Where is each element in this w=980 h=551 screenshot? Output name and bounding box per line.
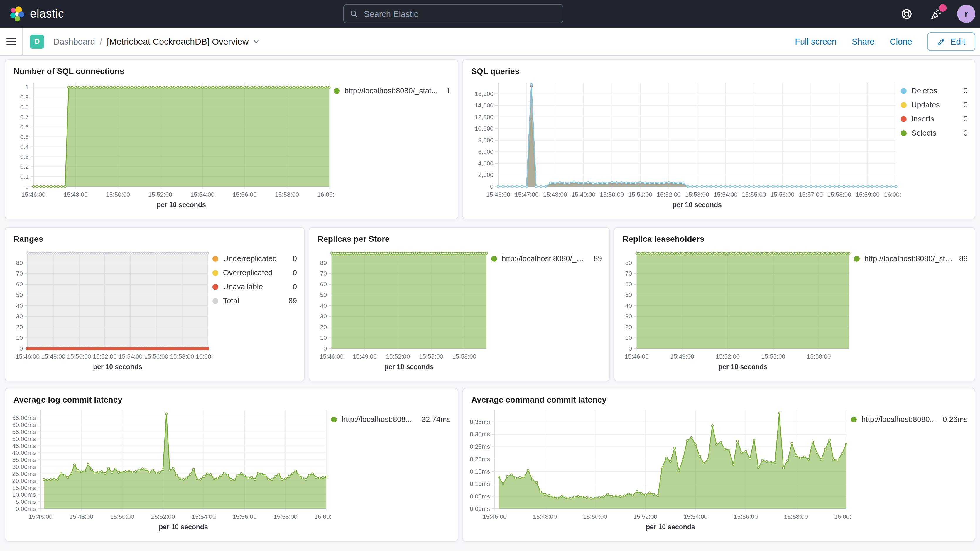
svg-text:15:57:00: 15:57:00 <box>799 191 823 198</box>
legend-item[interactable]: http://localhost:8080/_sta...89 <box>854 254 968 263</box>
svg-text:15:52:00: 15:52:00 <box>716 353 740 360</box>
panel-sql-queries: SQL queries 02,0004,0006,0008,00010,0001… <box>463 59 975 220</box>
legend-item[interactable]: http://localhost:8080...0.26ms <box>851 415 968 424</box>
svg-text:15:54:00: 15:54:00 <box>191 191 215 198</box>
svg-text:30: 30 <box>16 313 23 320</box>
help-button[interactable] <box>899 6 915 22</box>
dashboard-app-badge[interactable]: D <box>30 34 44 48</box>
legend-item[interactable]: Unavailable0 <box>212 282 297 291</box>
legend-series-dot <box>901 130 907 136</box>
svg-text:15:58:00: 15:58:00 <box>274 513 298 520</box>
legend-item[interactable]: Overreplicated0 <box>212 268 297 277</box>
legend-series-dot <box>331 416 337 422</box>
panel-replica-leaseholders: Replica leaseholders 0102030405060708015… <box>614 227 975 381</box>
svg-text:15:58:00: 15:58:00 <box>452 353 477 360</box>
svg-text:15:46:00: 15:46:00 <box>16 353 40 360</box>
panel-number-of-sql-connections: Number of SQL connections 00.10.20.30.40… <box>5 59 458 220</box>
whats-new-button[interactable] <box>928 6 944 22</box>
svg-text:15:58:00: 15:58:00 <box>784 513 808 520</box>
edit-button[interactable]: Edit <box>927 32 975 51</box>
svg-text:15:53:00: 15:53:00 <box>685 191 709 198</box>
menu-button[interactable] <box>0 27 22 56</box>
pencil-icon <box>937 37 945 46</box>
search-input[interactable] <box>363 8 557 19</box>
legend-series-value: 89 <box>953 254 968 263</box>
legend-item[interactable]: Inserts0 <box>901 115 968 123</box>
replica-leaseholders-chart[interactable]: 0102030405060708015:46:0015:49:0015:52:0… <box>619 245 854 376</box>
svg-text:per 10 seconds: per 10 seconds <box>93 363 142 371</box>
legend-item[interactable]: Selects0 <box>901 129 968 137</box>
legend-item[interactable]: http://localhost:8080/_sta...89 <box>491 254 602 263</box>
svg-text:15:54:00: 15:54:00 <box>684 513 708 520</box>
svg-text:15:50:00: 15:50:00 <box>106 191 130 198</box>
panel-title: Average command commit latency <box>463 389 975 406</box>
legend-series-dot <box>212 270 218 276</box>
avg-command-commit-latency-chart[interactable]: 0.00ms0.05ms0.10ms0.15ms0.20ms0.25ms0.30… <box>468 406 851 536</box>
svg-text:10: 10 <box>320 334 327 341</box>
svg-text:35.00ms: 35.00ms <box>12 456 36 463</box>
avg-log-commit-latency-chart[interactable]: 0.00ms5.00ms10.00ms15.00ms20.00ms25.00ms… <box>10 406 331 536</box>
full-screen-button[interactable]: Full screen <box>795 37 837 46</box>
legend-series-value: 0 <box>287 282 297 291</box>
edit-button-label: Edit <box>950 37 965 46</box>
legend-series-value: 89 <box>588 254 602 263</box>
svg-text:15:52:00: 15:52:00 <box>386 353 410 360</box>
elastic-logo-text: elastic <box>30 7 64 21</box>
chart-legend: Underreplicated0Overreplicated0Unavailab… <box>212 245 301 380</box>
legend-series-label: http://localhost:8080/_sta... <box>502 254 588 263</box>
svg-text:15:48:00: 15:48:00 <box>533 513 557 520</box>
legend-series-label: Deletes <box>912 86 937 95</box>
ranges-chart[interactable]: 0102030405060708015:46:0015:48:0015:50:0… <box>10 245 212 376</box>
svg-text:16,000: 16,000 <box>475 90 493 97</box>
breadcrumb-dashboard-link[interactable]: Dashboard <box>53 37 95 46</box>
svg-text:15:55:00: 15:55:00 <box>761 353 786 360</box>
svg-text:per 10 seconds: per 10 seconds <box>718 363 767 371</box>
panel-title: Number of SQL connections <box>5 60 458 77</box>
legend-series-value: 0 <box>287 268 297 277</box>
legend-item[interactable]: Underreplicated0 <box>212 254 297 263</box>
svg-text:15:47:00: 15:47:00 <box>515 191 539 198</box>
legend-item[interactable]: http://localhost:808...22.74ms <box>331 415 451 424</box>
svg-text:15.00ms: 15.00ms <box>12 484 36 491</box>
legend-series-value: 0 <box>958 129 968 137</box>
svg-text:15:54:00: 15:54:00 <box>119 353 143 360</box>
share-button[interactable]: Share <box>852 37 874 46</box>
clone-button[interactable]: Clone <box>890 37 912 46</box>
kibana-dashboard-app: elastic <box>0 0 980 551</box>
svg-text:15:46:00: 15:46:00 <box>21 191 46 198</box>
svg-text:60.00ms: 60.00ms <box>12 421 36 428</box>
svg-text:15:55:00: 15:55:00 <box>419 353 443 360</box>
sql-queries-chart[interactable]: 02,0004,0006,0008,00010,00012,00014,0001… <box>468 77 901 213</box>
legend-item[interactable]: http://localhost:8080/_stat...1 <box>334 86 451 95</box>
help-lifering-icon <box>900 7 913 20</box>
legend-item[interactable]: Updates0 <box>901 100 968 109</box>
svg-text:55.00ms: 55.00ms <box>12 428 36 435</box>
dashboard-title-menu[interactable]: [Metricbeat CockroachDB] Overview <box>107 37 259 46</box>
svg-text:30: 30 <box>320 313 327 320</box>
svg-text:0.3: 0.3 <box>20 153 29 160</box>
replicas-per-store-chart[interactable]: 0102030405060708015:46:0015:49:0015:52:0… <box>314 245 491 376</box>
sql-connections-chart[interactable]: 00.10.20.30.40.50.60.70.80.9115:46:0015:… <box>10 77 334 213</box>
svg-text:15:48:00: 15:48:00 <box>543 191 567 198</box>
legend-series-dot <box>901 102 907 108</box>
legend-series-value: 89 <box>283 296 297 305</box>
elastic-logo[interactable]: elastic <box>10 6 64 21</box>
legend-item[interactable]: Total89 <box>212 296 297 305</box>
svg-text:15:46:00: 15:46:00 <box>486 191 510 198</box>
global-search[interactable] <box>343 4 563 24</box>
legend-item[interactable]: Deletes0 <box>901 86 968 95</box>
legend-series-dot <box>491 256 497 261</box>
svg-text:60: 60 <box>320 281 327 288</box>
svg-text:1: 1 <box>25 84 29 90</box>
svg-text:15:50:00: 15:50:00 <box>600 191 624 198</box>
svg-text:0.30ms: 0.30ms <box>470 431 490 438</box>
svg-text:10: 10 <box>625 334 632 341</box>
panel-replicas-per-store: Replicas per Store 0102030405060708015:4… <box>309 227 610 381</box>
legend-series-dot <box>901 116 907 122</box>
user-avatar[interactable]: r <box>957 5 975 23</box>
legend-series-dot <box>901 88 907 94</box>
legend-series-value: 0 <box>958 86 968 95</box>
legend-series-label: http://localhost:8080... <box>861 415 936 424</box>
legend-series-value: 0 <box>958 100 968 109</box>
legend-series-label: http://localhost:8080/_sta... <box>864 254 953 263</box>
